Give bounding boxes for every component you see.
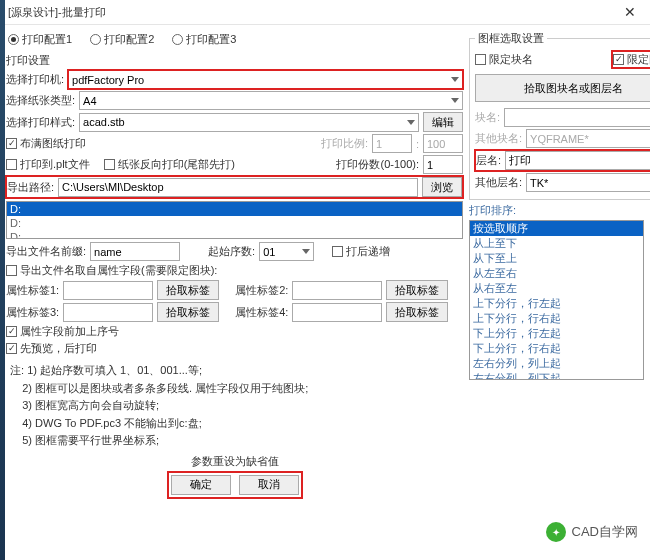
otherlayer-input[interactable] <box>526 173 650 192</box>
copies-input[interactable] <box>423 155 463 174</box>
tag1-input[interactable] <box>63 281 153 300</box>
gettag2-button[interactable]: 拾取标签 <box>386 280 448 300</box>
seqprefix-checkbox[interactable]: 属性字段前加上序号 <box>6 324 119 339</box>
paper-label: 选择纸张类型: <box>6 93 75 108</box>
frame-section-heading: 图框选取设置 <box>475 31 547 46</box>
otherblock-input[interactable] <box>526 129 650 148</box>
order-label: 打印排序: <box>469 203 644 218</box>
order-list[interactable]: 按选取顺序 从上至下 从下至上 从左至右 从右至左 上下分行，行左起 上下分行，… <box>469 220 644 380</box>
paper-select[interactable]: A4 <box>79 91 463 110</box>
printplt-checkbox[interactable]: 打印到.plt文件 <box>6 157 90 172</box>
otherlayer-label: 其他层名: <box>475 175 522 190</box>
gettag1-button[interactable]: 拾取标签 <box>157 280 219 300</box>
tag2-label: 属性标签2: <box>235 283 288 298</box>
tag4-input[interactable] <box>292 303 382 322</box>
tag3-input[interactable] <box>63 303 153 322</box>
radio-config2[interactable]: 打印配置2 <box>90 32 154 47</box>
layername-input[interactable] <box>505 151 650 170</box>
reset-default-link[interactable]: 参数重设为缺省值 <box>6 454 463 469</box>
close-icon[interactable]: ✕ <box>618 4 642 20</box>
radio-config1[interactable]: 打印配置1 <box>8 32 72 47</box>
print-settings-heading: 打印设置 <box>6 53 463 68</box>
outpath-label: 导出路径: <box>7 180 54 195</box>
ratio-label: 打印比例: <box>321 136 368 151</box>
filenametag-checkbox[interactable]: 导出文件名取自属性字段(需要限定图块): <box>6 263 217 278</box>
wechat-icon: ✦ <box>546 522 566 542</box>
limitlayer-checkbox[interactable]: 限定图层 <box>613 52 650 67</box>
footer-brand: ✦ CAD自学网 <box>546 522 638 542</box>
path-list[interactable]: D: D: D: <box>6 201 463 239</box>
fullpaper-checkbox[interactable]: 布满图纸打印 <box>6 136 86 151</box>
otherblock-label: 其他块名: <box>475 131 522 146</box>
prefix-label: 导出文件名前缀: <box>6 244 86 259</box>
startnum-select[interactable]: 01 <box>259 242 314 261</box>
style-label: 选择打印样式: <box>6 115 75 130</box>
preview-checkbox[interactable]: 先预览，后打印 <box>6 341 97 356</box>
blockname-input[interactable] <box>504 108 650 127</box>
gettag4-button[interactable]: 拾取标签 <box>386 302 448 322</box>
prefix-input[interactable] <box>90 242 180 261</box>
ok-button[interactable]: 确定 <box>171 475 231 495</box>
reverse-checkbox[interactable]: 纸张反向打印(尾部先打) <box>104 157 235 172</box>
printer-label: 选择打印机: <box>6 72 64 87</box>
notes-block: 注: 1) 起始序数可填入 1、01、001...等; 2) 图框可以是图块或者… <box>6 362 463 450</box>
pickblock-button[interactable]: 拾取图块名或图层名 <box>475 74 650 102</box>
ratio2-input[interactable] <box>423 134 463 153</box>
copies-label: 打印份数(0-100): <box>336 157 419 172</box>
ratio1-input[interactable] <box>372 134 412 153</box>
window-title: [源泉设计]-批量打印 <box>8 5 106 20</box>
afterinc-checkbox[interactable]: 打后递增 <box>332 244 390 259</box>
limitblock-checkbox[interactable]: 限定块名 <box>475 52 533 67</box>
blockname-label: 块名: <box>475 110 500 125</box>
gettag3-button[interactable]: 拾取标签 <box>157 302 219 322</box>
layername-label: 层名: <box>476 153 501 168</box>
cancel-button[interactable]: 取消 <box>239 475 299 495</box>
outpath-input[interactable] <box>58 178 418 197</box>
startnum-label: 起始序数: <box>208 244 255 259</box>
edit-button[interactable]: 编辑 <box>423 112 463 132</box>
style-select[interactable]: acad.stb <box>79 113 419 132</box>
tag3-label: 属性标签3: <box>6 305 59 320</box>
browse-button[interactable]: 浏览 <box>422 177 462 197</box>
radio-config3[interactable]: 打印配置3 <box>172 32 236 47</box>
tag1-label: 属性标签1: <box>6 283 59 298</box>
printer-select[interactable]: pdfFactory Pro <box>68 70 463 89</box>
tag4-label: 属性标签4: <box>235 305 288 320</box>
tag2-input[interactable] <box>292 281 382 300</box>
